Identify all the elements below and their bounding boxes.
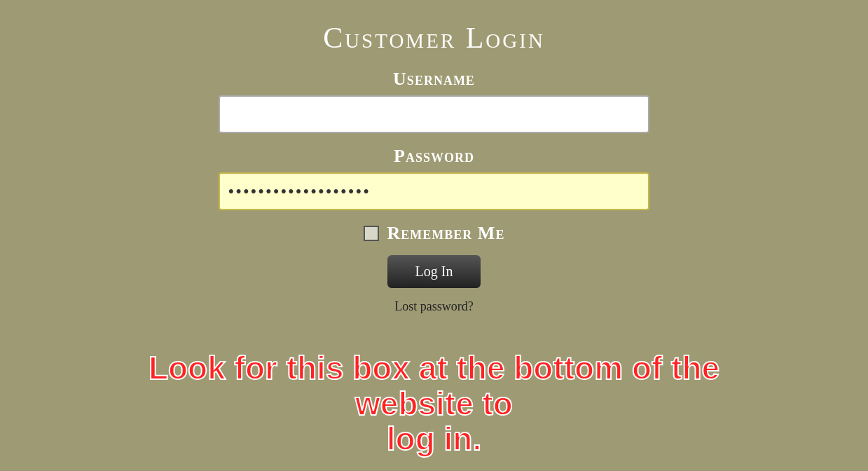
annotation-line2: log in. — [91, 421, 778, 457]
login-form: Username Password Remember Me Log In Los… — [210, 69, 659, 314]
login-button[interactable]: Log In — [387, 255, 481, 288]
password-label: Password — [394, 146, 474, 167]
remember-me-row: Remember Me — [364, 223, 505, 244]
remember-me-checkbox[interactable] — [364, 226, 379, 241]
remember-me-label: Remember Me — [387, 223, 505, 244]
bottom-area: Log In Lost password? — [210, 255, 659, 314]
username-input[interactable] — [219, 95, 649, 133]
page-title: Customer Login — [323, 21, 545, 55]
annotation-line1: Look for this box at the bottom of the w… — [91, 350, 778, 421]
annotation-overlay: Look for this box at the bottom of the w… — [91, 350, 778, 457]
password-input[interactable] — [219, 172, 649, 210]
username-label: Username — [393, 69, 475, 90]
lost-password-link[interactable]: Lost password? — [394, 299, 473, 314]
